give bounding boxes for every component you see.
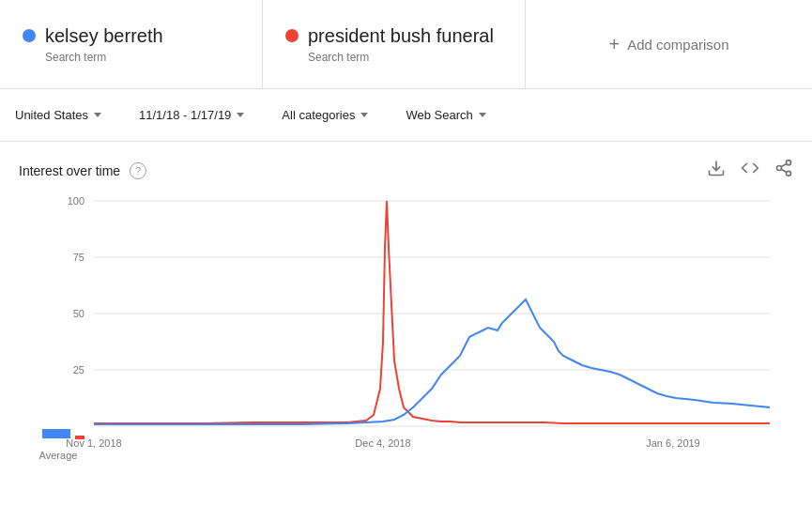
search-term-1-name: kelsey berreth — [45, 25, 163, 47]
svg-point-2 — [777, 166, 782, 171]
search-term-2-title: president bush funeral — [285, 25, 497, 47]
filter-location[interactable]: United States — [0, 89, 120, 141]
filter-search-type[interactable]: Web Search — [387, 89, 504, 141]
svg-point-1 — [787, 161, 791, 165]
dot-blue-icon — [23, 29, 36, 42]
plus-icon: + — [608, 34, 620, 55]
svg-line-4 — [781, 169, 787, 172]
download-icon[interactable] — [707, 159, 726, 182]
svg-line-5 — [781, 163, 787, 166]
filter-location-label: United States — [15, 108, 88, 122]
svg-text:Nov 1, 2018: Nov 1, 2018 — [66, 437, 121, 449]
chart-header: Interest over time ? — [0, 142, 812, 182]
svg-text:75: 75 — [73, 252, 84, 263]
filters-bar: United States 11/1/18 - 1/17/19 All cate… — [0, 89, 812, 142]
search-term-1[interactable]: kelsey berreth Search term — [0, 0, 263, 88]
embed-icon[interactable] — [741, 159, 759, 182]
dot-red-icon — [285, 29, 299, 42]
chart-title: Interest over time — [19, 163, 120, 178]
add-comparison-label: Add comparison — [627, 37, 728, 53]
avg-bar-red — [75, 436, 84, 439]
add-comparison-button[interactable]: + Add comparison — [526, 0, 812, 88]
search-term-2-name: president bush funeral — [308, 25, 494, 47]
filter-date-range[interactable]: 11/1/18 - 1/17/19 — [120, 89, 263, 141]
interest-chart: 100 75 50 25 Nov 1, 2018 Dec 4, 2018 Jan… — [19, 192, 789, 473]
avg-bar-blue — [42, 429, 70, 438]
filter-categories[interactable]: All categories — [263, 89, 387, 141]
filter-date-range-label: 11/1/18 - 1/17/19 — [139, 108, 231, 122]
search-term-1-type: Search term — [23, 51, 234, 64]
search-term-2-type: Search term — [285, 51, 497, 64]
chevron-down-icon — [94, 113, 101, 117]
svg-point-3 — [787, 171, 791, 176]
chart-actions — [707, 159, 793, 182]
chevron-down-icon-date — [237, 113, 244, 117]
search-term-1-title: kelsey berreth — [23, 25, 234, 47]
chart-section: Interest over time ? — [0, 142, 812, 492]
svg-text:100: 100 — [68, 195, 84, 207]
help-icon[interactable]: ? — [130, 162, 146, 179]
svg-text:Average: Average — [39, 450, 78, 461]
svg-text:25: 25 — [73, 364, 84, 375]
filter-search-type-label: Web Search — [406, 108, 472, 122]
share-icon[interactable] — [774, 159, 793, 182]
search-terms-bar: kelsey berreth Search term president bus… — [0, 0, 812, 89]
red-line-series — [94, 201, 770, 423]
chevron-down-icon-cat — [360, 113, 368, 117]
chevron-down-icon-search — [479, 113, 486, 117]
blue-line-series — [94, 299, 770, 424]
svg-text:Jan 6, 2019: Jan 6, 2019 — [646, 437, 700, 449]
chart-container: 100 75 50 25 Nov 1, 2018 Dec 4, 2018 Jan… — [19, 192, 793, 492]
svg-text:50: 50 — [73, 308, 84, 319]
search-term-2[interactable]: president bush funeral Search term — [263, 0, 526, 88]
filter-categories-label: All categories — [282, 108, 355, 122]
svg-text:Dec 4, 2018: Dec 4, 2018 — [355, 437, 410, 449]
chart-title-group: Interest over time ? — [19, 162, 146, 179]
